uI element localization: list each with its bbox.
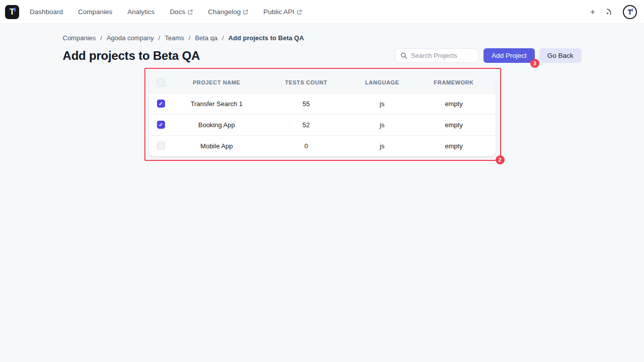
search-projects-box <box>395 48 479 63</box>
external-link-icon <box>188 10 193 15</box>
external-link-icon <box>297 10 302 15</box>
toolbar: Add Project 3 Go Back <box>395 48 582 63</box>
breadcrumb-separator: / <box>100 34 102 42</box>
cell-framework: empty <box>413 114 496 135</box>
add-project-button[interactable]: Add Project 3 <box>484 48 535 63</box>
go-back-button[interactable]: Go Back <box>539 48 582 63</box>
search-projects-input[interactable] <box>411 52 473 59</box>
table-row: Mobile App 0 js empty <box>149 135 496 156</box>
nav-item-changelog[interactable]: Changelog <box>208 8 248 16</box>
annotation-step-badge: 3 <box>530 59 539 68</box>
cell-project-name: Mobile App <box>173 135 261 156</box>
nav-item-companies[interactable]: Companies <box>78 8 112 16</box>
cell-framework: empty <box>413 135 496 156</box>
avatar-letter: T <box>628 9 632 16</box>
column-header-framework: FRAMEWORK <box>413 72 496 93</box>
cell-project-name: Booking App <box>173 114 261 135</box>
breadcrumb-separator: / <box>158 34 160 42</box>
plus-icon[interactable]: + <box>590 8 595 16</box>
topbar-actions: + T <box>590 5 637 19</box>
row-checkbox[interactable] <box>157 121 165 129</box>
user-avatar[interactable]: T <box>623 5 637 19</box>
cell-language: js <box>352 135 413 156</box>
avatar-accent <box>632 9 633 12</box>
breadcrumb-beta-qa[interactable]: Beta qa <box>195 34 217 42</box>
table-header-row: PROJECT NAME TESTS COUNT LANGUAGE FRAMEW… <box>149 72 496 93</box>
nav-item-public-api[interactable]: Public API <box>263 8 302 16</box>
breadcrumb-companies[interactable]: Companies <box>63 34 96 42</box>
nav-item-docs[interactable]: Docs <box>170 8 193 16</box>
top-navigation-bar: T Dashboard Companies Analytics Docs Cha… <box>0 0 644 24</box>
cell-language: js <box>352 93 413 114</box>
breadcrumb-teams[interactable]: Teams <box>165 34 184 42</box>
cell-tests-count: 55 <box>261 93 352 114</box>
breadcrumb-agoda-company[interactable]: Agoda company <box>107 34 154 42</box>
column-header-language: LANGUAGE <box>352 72 413 93</box>
row-checkbox[interactable] <box>157 100 165 108</box>
projects-table-area: 2 PROJECT NAME TESTS COUNT LANGUAGE FRAM… <box>149 72 496 156</box>
nav-item-analytics[interactable]: Analytics <box>127 8 154 16</box>
column-header-project-name: PROJECT NAME <box>173 72 261 93</box>
breadcrumb: Companies / Agoda company / Teams / Beta… <box>63 34 582 42</box>
projects-table-card: PROJECT NAME TESTS COUNT LANGUAGE FRAMEW… <box>149 72 496 156</box>
table-row: Booking App 52 js empty <box>149 114 496 135</box>
cell-language: js <box>352 114 413 135</box>
breadcrumb-current-page: Add projects to Beta QA <box>228 34 304 42</box>
annotation-step-badge: 2 <box>496 155 505 164</box>
app-logo-accent <box>14 8 16 12</box>
table-row: Transfer Search 1 55 js empty <box>149 93 496 114</box>
feed-icon[interactable] <box>605 8 613 16</box>
cell-project-name: Transfer Search 1 <box>173 93 261 114</box>
page-content: Companies / Agoda company / Teams / Beta… <box>63 34 582 156</box>
cell-framework: empty <box>413 93 496 114</box>
page-title: Add projects to Beta QA <box>63 49 200 63</box>
main-nav: Dashboard Companies Analytics Docs Chang… <box>30 8 302 16</box>
title-row: Add projects to Beta QA Add Project 3 Go… <box>63 48 582 63</box>
search-icon <box>400 52 407 59</box>
external-link-icon <box>243 10 248 15</box>
cell-tests-count: 0 <box>261 135 352 156</box>
breadcrumb-separator: / <box>222 34 224 42</box>
app-logo[interactable]: T <box>5 5 19 19</box>
select-all-checkbox[interactable] <box>157 78 165 86</box>
column-header-tests-count: TESTS COUNT <box>261 72 352 93</box>
row-checkbox[interactable] <box>157 142 165 150</box>
cell-tests-count: 52 <box>261 114 352 135</box>
nav-item-dashboard[interactable]: Dashboard <box>30 8 63 16</box>
breadcrumb-separator: / <box>189 34 191 42</box>
projects-table: PROJECT NAME TESTS COUNT LANGUAGE FRAMEW… <box>149 72 496 156</box>
